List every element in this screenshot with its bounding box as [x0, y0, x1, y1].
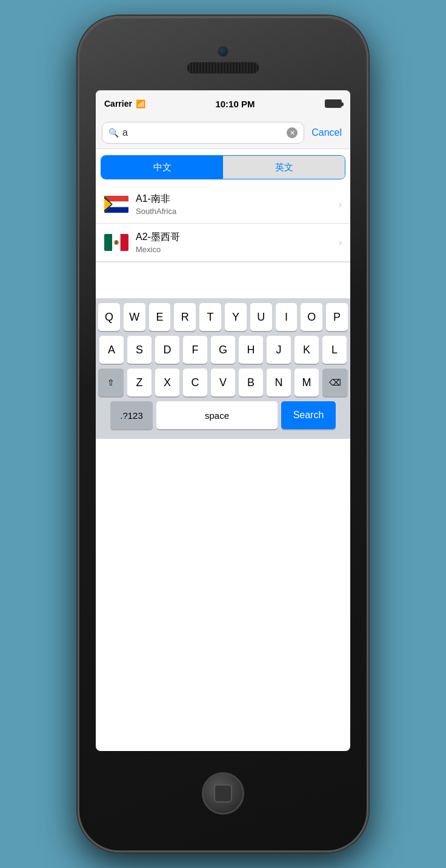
key-n[interactable]: N	[267, 369, 291, 396]
bottom-area	[202, 751, 244, 836]
key-j[interactable]: J	[267, 336, 291, 364]
phone-top	[79, 18, 367, 90]
results-list: A1-南非 SouthAfrica ›	[96, 185, 350, 298]
carrier-text: Carrier	[104, 99, 132, 109]
phone-frame: Carrier 📶 10:10 PM 🔍 a ✕ Cancel 中文	[78, 16, 368, 852]
search-icon: 🔍	[108, 128, 119, 138]
key-y[interactable]: Y	[225, 303, 247, 331]
camera	[218, 46, 228, 57]
key-p[interactable]: P	[326, 303, 348, 331]
segment-control: 中文 英文	[101, 155, 345, 179]
key-x[interactable]: X	[155, 369, 179, 396]
flag-south-africa	[104, 196, 128, 213]
status-right	[325, 99, 342, 108]
key-o[interactable]: O	[301, 303, 322, 331]
key-u[interactable]: U	[250, 303, 272, 331]
key-q[interactable]: Q	[98, 303, 120, 331]
num-key[interactable]: .?123	[110, 401, 153, 429]
key-t[interactable]: T	[199, 303, 221, 331]
key-e[interactable]: E	[149, 303, 171, 331]
search-key[interactable]: Search	[281, 401, 336, 429]
item-title-mexico: A2-墨西哥	[136, 231, 331, 244]
segment-english[interactable]: 英文	[223, 156, 345, 179]
speaker	[187, 62, 259, 74]
key-row-2: A S D F G H J K L	[98, 336, 348, 364]
home-button-inner	[214, 784, 232, 803]
key-l[interactable]: L	[322, 336, 347, 364]
list-item[interactable]: A1-南非 SouthAfrica ›	[96, 185, 350, 224]
search-input-wrapper[interactable]: 🔍 a ✕	[102, 122, 304, 144]
item-text-south-africa: A1-南非 SouthAfrica	[136, 193, 331, 216]
key-s[interactable]: S	[127, 336, 151, 364]
chevron-icon: ›	[339, 199, 342, 210]
key-h[interactable]: H	[239, 336, 263, 364]
wifi-icon: 📶	[136, 99, 145, 109]
item-text-mexico: A2-墨西哥 Mexico	[136, 231, 331, 254]
key-row-3: ⇧ Z X C V B N M ⌫	[98, 369, 348, 396]
search-input[interactable]: a	[122, 127, 283, 138]
key-g[interactable]: G	[211, 336, 235, 364]
chevron-icon: ›	[339, 237, 342, 248]
key-c[interactable]: C	[183, 369, 207, 396]
status-time: 10:10 PM	[215, 99, 255, 109]
item-title-south-africa: A1-南非	[136, 193, 331, 205]
segment-chinese[interactable]: 中文	[101, 156, 223, 179]
svg-rect-10	[104, 234, 112, 251]
key-row-bottom: .?123 space Search	[98, 401, 348, 429]
list-spacer	[96, 262, 350, 298]
status-left: Carrier 📶	[104, 99, 145, 109]
key-b[interactable]: B	[239, 369, 263, 396]
status-bar: Carrier 📶 10:10 PM	[96, 90, 350, 117]
key-row-1: Q W E R T Y U I O P	[98, 303, 348, 331]
key-m[interactable]: M	[295, 369, 319, 396]
key-w[interactable]: W	[124, 303, 145, 331]
key-k[interactable]: K	[295, 336, 319, 364]
space-key[interactable]: space	[156, 401, 278, 429]
key-z[interactable]: Z	[127, 369, 151, 396]
svg-point-14	[115, 241, 118, 244]
key-d[interactable]: D	[155, 336, 179, 364]
svg-rect-12	[121, 234, 128, 251]
key-r[interactable]: R	[174, 303, 196, 331]
key-f[interactable]: F	[183, 336, 207, 364]
delete-key[interactable]: ⌫	[322, 369, 348, 396]
item-subtitle-south-africa: SouthAfrica	[136, 207, 331, 216]
search-row: 🔍 a ✕ Cancel	[96, 117, 350, 149]
shift-key[interactable]: ⇧	[98, 369, 124, 396]
keyboard: Q W E R T Y U I O P A S D F G H J K	[96, 298, 350, 439]
cancel-button[interactable]: Cancel	[309, 127, 344, 138]
key-i[interactable]: I	[276, 303, 298, 331]
list-item[interactable]: A2-墨西哥 Mexico ›	[96, 224, 350, 262]
battery-icon	[325, 99, 342, 108]
flag-mexico	[104, 234, 128, 251]
screen: Carrier 📶 10:10 PM 🔍 a ✕ Cancel 中文	[96, 90, 350, 751]
key-a[interactable]: A	[99, 336, 124, 364]
clear-button[interactable]: ✕	[287, 127, 298, 138]
battery-fill	[326, 101, 341, 107]
item-subtitle-mexico: Mexico	[136, 245, 331, 254]
home-button[interactable]	[202, 772, 244, 815]
key-v[interactable]: V	[211, 369, 235, 396]
